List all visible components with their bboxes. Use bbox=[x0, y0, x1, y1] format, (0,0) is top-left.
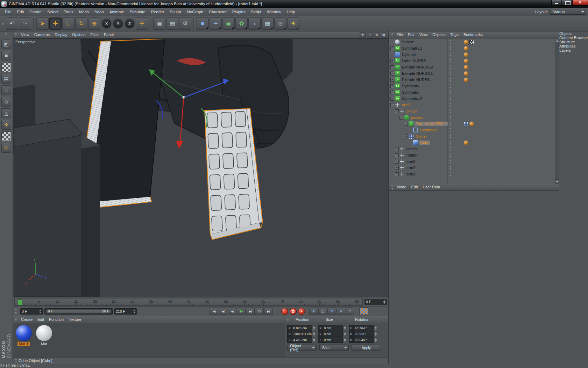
expand-toggle-icon[interactable]: + bbox=[395, 172, 399, 176]
object-row-pincers[interactable]: −pincers✓ bbox=[389, 114, 554, 121]
expand-toggle-icon[interactable]: + bbox=[390, 97, 394, 101]
object-manager-grip[interactable] bbox=[390, 33, 393, 37]
attributes-menu-edit[interactable]: Edit bbox=[409, 184, 420, 190]
object-row-symmetry[interactable]: +Symmetry✓ bbox=[389, 89, 554, 95]
rotation-h-spinner[interactable] bbox=[375, 325, 377, 331]
viewport-menu-filter[interactable]: Filter bbox=[88, 31, 101, 38]
size-z-field[interactable]: 0 cm bbox=[323, 337, 343, 343]
app-icon[interactable] bbox=[1, 1, 7, 7]
toggle-views-icon[interactable]: ▦ bbox=[381, 32, 387, 37]
keying-settings-button[interactable] bbox=[359, 308, 368, 315]
apply-button[interactable]: Apply bbox=[352, 345, 381, 351]
snap-settings-button[interactable]: ◎ bbox=[1, 143, 11, 153]
enabled-check-icon[interactable]: ✓ bbox=[457, 84, 460, 88]
last-tool-button[interactable]: ⊕ bbox=[88, 17, 100, 30]
main-menu-mesh[interactable]: Mesh bbox=[76, 8, 92, 16]
objects-menu-edit[interactable]: Edit bbox=[405, 31, 417, 38]
objects-menu-objects[interactable]: Objects bbox=[430, 31, 448, 38]
polygons-mode-button[interactable]: △ bbox=[1, 108, 11, 118]
visibility-dots[interactable] bbox=[449, 134, 451, 138]
material-mat[interactable]: Mat bbox=[35, 325, 54, 346]
rotation-h-field[interactable]: 93.764 ° bbox=[353, 325, 374, 331]
expand-toggle-icon[interactable]: + bbox=[395, 166, 399, 170]
taskbar-clock[interactable]: 21:15 09/11/2014 bbox=[0, 364, 588, 368]
visibility-dots[interactable] bbox=[449, 140, 451, 145]
main-menu-simulate[interactable]: Simulate bbox=[127, 8, 148, 16]
grid-tag[interactable] bbox=[464, 122, 468, 126]
rotation-b-field[interactable]: 83.548 ° bbox=[353, 337, 374, 343]
render-settings-button[interactable]: ⚙ bbox=[179, 17, 191, 30]
object-manager-scrollbar[interactable] bbox=[555, 38, 559, 184]
expand-toggle-icon[interactable]: − bbox=[399, 116, 403, 120]
main-menu-edit[interactable]: Edit bbox=[14, 8, 27, 16]
object-row-rectangle[interactable]: Rectangle bbox=[389, 127, 554, 133]
object-row-cylinder[interactable]: Cylinder bbox=[389, 51, 554, 58]
redo-button[interactable]: ↷ bbox=[19, 17, 31, 30]
enabled-check-icon[interactable]: ✓ bbox=[457, 96, 460, 101]
layout-select[interactable]: Startup bbox=[550, 9, 586, 15]
expand-toggle-icon[interactable]: + bbox=[390, 72, 394, 75]
main-menu-plugins[interactable]: Plugins bbox=[229, 8, 248, 16]
goto-start-button[interactable]: |◀ bbox=[210, 308, 218, 315]
visibility-dots[interactable] bbox=[449, 153, 451, 157]
object-row-extrude-nurbs-2[interactable]: −Extrude NURBS.2✓ bbox=[389, 121, 554, 127]
visibility-dots[interactable] bbox=[449, 147, 451, 151]
position-y-spinner[interactable] bbox=[313, 331, 315, 337]
texture-mode-button[interactable] bbox=[1, 62, 11, 72]
live-selection-button[interactable]: ➤ bbox=[36, 17, 49, 30]
enabled-check-icon[interactable]: ✓ bbox=[457, 122, 460, 126]
materials-menu-create[interactable]: Create bbox=[19, 316, 35, 323]
material-tag[interactable] bbox=[464, 52, 468, 57]
visibility-dots[interactable] bbox=[449, 109, 451, 113]
main-menu-character[interactable]: Character bbox=[206, 8, 229, 16]
main-menu-create[interactable]: Create bbox=[27, 8, 44, 16]
visibility-dots[interactable] bbox=[449, 115, 451, 120]
visibility-dots[interactable] bbox=[449, 128, 451, 132]
scale-tool-button[interactable]: □ bbox=[62, 17, 75, 30]
material-tag[interactable] bbox=[464, 40, 468, 44]
main-menu-tools[interactable]: Tools bbox=[61, 8, 76, 16]
key-position-button[interactable]: ✚ bbox=[309, 308, 318, 315]
project-length-spinner[interactable] bbox=[133, 309, 135, 314]
lock-y-axis-button[interactable]: Y bbox=[113, 19, 123, 29]
main-menu-sculpt[interactable]: Sculpt bbox=[167, 8, 184, 16]
enabled-check-icon[interactable]: ✓ bbox=[457, 46, 460, 51]
viewport-menu-display[interactable]: Display bbox=[52, 31, 70, 38]
expand-toggle-icon[interactable]: + bbox=[390, 78, 394, 82]
expand-toggle-icon[interactable]: − bbox=[390, 103, 394, 107]
main-menu-script[interactable]: Script bbox=[248, 8, 264, 16]
object-row-extrude-nurbs-2[interactable]: +Extrude NURBS.2✓ bbox=[389, 64, 554, 70]
rotation-p-field[interactable]: -1.363 ° bbox=[353, 331, 374, 337]
record-options-button[interactable] bbox=[298, 308, 305, 315]
key-parameter-button[interactable]: P bbox=[336, 308, 345, 315]
materials-menu-texture[interactable]: Texture bbox=[66, 316, 84, 323]
points-mode-button[interactable]: ∷ bbox=[1, 85, 11, 95]
attribute-manager-grip[interactable] bbox=[390, 185, 393, 190]
expand-toggle-icon[interactable]: + bbox=[395, 153, 399, 157]
pan-view-icon[interactable]: ✚ bbox=[360, 32, 366, 37]
visibility-dots[interactable] bbox=[449, 71, 451, 75]
material-tag[interactable] bbox=[464, 71, 468, 76]
enable-axis-button[interactable]: ✛ bbox=[1, 120, 11, 130]
object-row-arm1[interactable]: −arm1 bbox=[389, 102, 554, 108]
materials-menu-function[interactable]: Function bbox=[47, 316, 66, 323]
expand-toggle-icon[interactable]: − bbox=[404, 135, 408, 138]
size-y-field[interactable]: 0 cm bbox=[323, 331, 343, 337]
object-row-lathe-nurbs[interactable]: +Lathe NURBS✓ bbox=[389, 58, 554, 64]
enabled-check-icon[interactable]: ✓ bbox=[457, 134, 460, 139]
object-row-cloner[interactable]: −Cloner✓ bbox=[389, 133, 554, 139]
tab-objects[interactable]: Objects bbox=[559, 31, 588, 36]
expand-toggle-icon[interactable]: + bbox=[390, 59, 394, 63]
autokeying-button[interactable] bbox=[290, 308, 297, 315]
rotation-b-spinner[interactable] bbox=[375, 337, 377, 343]
position-x-spinner[interactable] bbox=[313, 325, 315, 331]
material-tag[interactable] bbox=[464, 59, 468, 63]
size-mode-select[interactable]: Size bbox=[319, 345, 349, 351]
visibility-dots[interactable] bbox=[449, 166, 451, 170]
edges-mode-button[interactable]: ◇ bbox=[1, 97, 11, 107]
scroll-down-icon[interactable] bbox=[555, 179, 559, 184]
next-key-button[interactable]: ▶| bbox=[246, 308, 255, 315]
add-subdivision-button[interactable]: ◉ bbox=[222, 17, 235, 30]
object-row-rotator[interactable]: +rotator bbox=[389, 152, 554, 158]
zoom-view-icon[interactable]: □ bbox=[367, 32, 373, 37]
